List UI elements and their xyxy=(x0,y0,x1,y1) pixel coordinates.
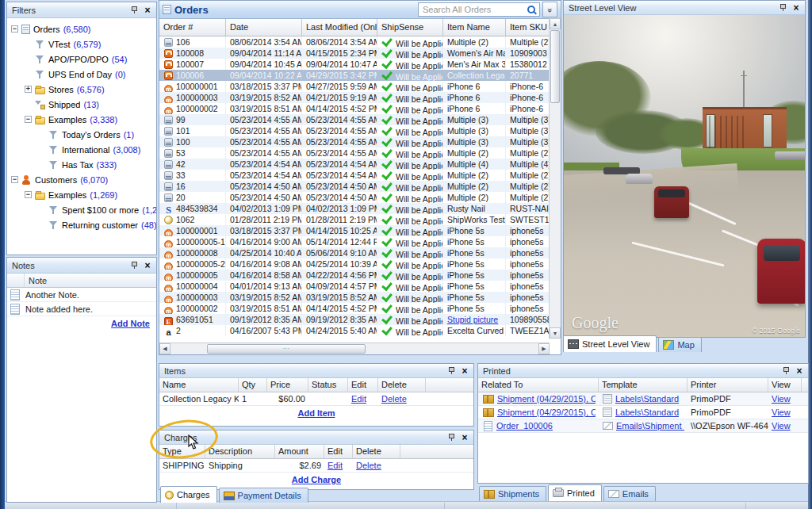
close-icon[interactable]: × xyxy=(794,365,805,376)
related-to-link[interactable]: Order_100006 xyxy=(496,419,553,432)
order-row[interactable]: 204/16/2007 5:43 PM04/24/2015 5:40 AMWil… xyxy=(159,325,561,336)
scroll-up-icon[interactable]: ▲ xyxy=(550,18,561,29)
order-row[interactable]: 10000000303/19/2015 8:52 AM03/19/2015 8:… xyxy=(159,292,561,303)
add-note-link[interactable]: Add Note xyxy=(111,319,150,328)
column-header-related to[interactable]: Related To xyxy=(478,378,599,392)
pin-icon[interactable] xyxy=(446,432,457,442)
order-row[interactable]: 10000709/04/2014 10:45 AM09/04/2014 10:4… xyxy=(159,59,561,70)
column-header-view[interactable]: View xyxy=(768,378,802,392)
order-row[interactable]: 1605/23/2014 4:50 AM05/23/2014 4:50 AMWi… xyxy=(159,181,561,192)
column-header-last-modified-online-[interactable]: Last Modified (Online) xyxy=(302,19,377,36)
column-header-template[interactable]: Template xyxy=(599,378,688,392)
order-row[interactable]: 10000000303/19/2015 8:52 AM04/21/2015 9:… xyxy=(159,92,561,103)
view-link[interactable]: View xyxy=(772,421,791,431)
right-tab-printed[interactable]: Printed xyxy=(548,484,602,501)
order-row[interactable]: 10005/23/2014 4:55 AM05/23/2014 4:55 AMW… xyxy=(159,136,561,147)
delete-link[interactable]: Delete xyxy=(356,461,381,470)
advanced-search-button[interactable]: » xyxy=(542,2,557,17)
column-header-type[interactable]: Type xyxy=(159,445,205,458)
order-row[interactable]: 100000005-104/16/2014 9:00 AM05/14/2014 … xyxy=(159,236,561,247)
filter-tree-item-returning-customer[interactable]: Returning customer(48) xyxy=(7,217,156,232)
template-link[interactable]: Labels\Standard xyxy=(615,406,679,419)
column-header-name[interactable]: Name xyxy=(159,378,239,392)
filter-tree-item-examples[interactable]: −Examples(1,269) xyxy=(7,187,156,202)
order-row[interactable]: 10000000504/16/2014 8:58 AM04/22/2014 4:… xyxy=(159,270,561,281)
order-row[interactable]: 10000000404/01/2014 9:13 AM04/09/2014 4:… xyxy=(159,281,561,292)
close-icon[interactable]: × xyxy=(142,260,153,270)
scroll-right-icon[interactable]: ▶ xyxy=(538,343,550,354)
bottom-tab-charges[interactable]: Charges xyxy=(160,486,217,503)
filter-tree-item-examples[interactable]: −Examples(3,338) xyxy=(7,112,156,127)
edit-link[interactable]: Edit xyxy=(351,394,366,404)
view-link[interactable]: View xyxy=(772,394,791,404)
column-header-item-name[interactable]: Item Name xyxy=(443,19,506,36)
tree-expander-icon[interactable]: − xyxy=(11,25,18,33)
close-icon[interactable]: × xyxy=(791,2,802,13)
pin-icon[interactable] xyxy=(780,365,791,376)
street-tab-street-level-view[interactable]: Street Level View xyxy=(563,335,657,352)
add-charge-link[interactable]: Add Charge xyxy=(292,475,341,484)
order-row[interactable]: 48453983404/02/2013 1:09 PM04/02/2013 1:… xyxy=(159,203,561,214)
column-header-description[interactable]: Description xyxy=(205,445,275,458)
delete-link[interactable]: Delete xyxy=(381,394,407,404)
column-header-price[interactable]: Price xyxy=(267,378,308,392)
filter-tree-item-ups-end-of-day[interactable]: UPS End of Day(0) xyxy=(7,67,156,82)
filter-tree-item-apo-fpo-dpo[interactable]: APO/FPO/DPO(54) xyxy=(7,52,156,67)
column-header-date[interactable]: Date xyxy=(226,19,302,36)
tree-expander-icon[interactable]: − xyxy=(25,116,32,123)
orders-horizontal-scrollbar[interactable]: ◀ ⋯ ▶ xyxy=(159,343,550,354)
column-header-status[interactable]: Status xyxy=(308,378,348,392)
order-row[interactable]: 10000000103/18/2015 3:37 PM04/27/2015 9:… xyxy=(159,81,561,92)
filter-tree-item-orders[interactable]: −Orders(6,580) xyxy=(7,21,156,36)
column-header-qty[interactable]: Qty xyxy=(239,378,267,392)
column-header-shipsense[interactable]: ShipSense xyxy=(377,19,443,36)
template-link[interactable]: Emails\Shipment Not... xyxy=(616,419,684,432)
order-row[interactable]: 10000000203/19/2015 8:51 AM04/14/2015 4:… xyxy=(159,103,561,114)
add-item-link[interactable]: Add Item xyxy=(297,408,335,418)
filter-tree-item-today-s-orders[interactable]: Today's Orders(1) xyxy=(7,127,156,142)
tree-expander-icon[interactable]: − xyxy=(25,191,32,198)
column-header-delete[interactable]: Delete xyxy=(353,445,400,458)
street-tab-map[interactable]: Map xyxy=(658,337,701,352)
order-row[interactable]: 3305/23/2014 4:54 AM05/23/2014 4:54 AMWi… xyxy=(159,170,561,181)
order-row[interactable]: 106201/28/2011 2:19 PM01/28/2011 2:19 PM… xyxy=(159,214,561,225)
order-row[interactable]: 10608/06/2014 3:54 AM08/06/2014 3:54 AMW… xyxy=(159,36,561,48)
view-link[interactable]: View xyxy=(772,408,791,417)
filter-tree-item-vtest[interactable]: VTest(6,579) xyxy=(7,36,156,52)
order-row[interactable]: 5305/23/2014 4:55 AM05/23/2014 4:55 AMWi… xyxy=(159,147,561,159)
order-row[interactable]: 10000609/04/2014 10:22 AM04/29/2015 3:42… xyxy=(159,70,561,81)
item-name-link[interactable]: Stupid picture xyxy=(447,315,498,324)
column-header-order-[interactable]: Order # xyxy=(159,19,226,36)
bottom-tab-payment-details[interactable]: Payment Details xyxy=(219,488,308,503)
pin-icon[interactable] xyxy=(128,5,140,15)
filter-tree-item-customers[interactable]: −Customers(6,070) xyxy=(7,172,156,187)
close-icon[interactable]: × xyxy=(459,432,470,442)
scrollbar-thumb[interactable]: ⋯ xyxy=(207,344,366,354)
filter-tree-item-has-tax[interactable]: Has Tax(333) xyxy=(7,157,156,172)
order-row[interactable]: 10000000804/25/2014 10:40 AM05/06/2014 9… xyxy=(159,247,561,258)
close-icon[interactable]: × xyxy=(459,365,470,376)
order-row[interactable]: 2005/23/2014 4:50 AM05/23/2014 4:50 AMWi… xyxy=(159,192,561,203)
scroll-left-icon[interactable]: ◀ xyxy=(159,343,170,354)
pin-icon[interactable] xyxy=(446,365,457,376)
filter-tree-item-stores[interactable]: +Stores(6,576) xyxy=(7,82,156,97)
order-row[interactable]: 10000000103/18/2015 3:37 PM04/14/2015 10… xyxy=(159,225,561,236)
search-input[interactable] xyxy=(421,4,527,15)
filter-tree-item-international[interactable]: International(3,008) xyxy=(7,142,156,157)
filter-tree-item-spent-100-or-more[interactable]: Spent $100 or more(1,255) xyxy=(7,202,156,217)
related-to-link[interactable]: Shipment (04/29/2015), Ord... xyxy=(497,392,596,405)
column-header-item-sku[interactable]: Item SKU xyxy=(506,19,550,36)
scroll-down-icon[interactable]: ▼ xyxy=(550,327,561,339)
order-row[interactable]: 10000000203/19/2015 8:51 AM04/14/2015 4:… xyxy=(159,303,561,314)
edit-link[interactable]: Edit xyxy=(327,461,343,470)
order-row[interactable]: 10000809/04/2014 11:14 AM04/15/2015 2:34… xyxy=(159,48,561,59)
pin-icon[interactable] xyxy=(128,260,140,270)
scrollbar-thumb[interactable] xyxy=(550,30,560,103)
right-tab-shipments[interactable]: Shipments xyxy=(479,486,546,501)
tree-expander-icon[interactable]: + xyxy=(25,86,32,93)
note-row[interactable]: Note added here. xyxy=(7,302,156,316)
pin-icon[interactable] xyxy=(777,2,788,13)
right-tab-emails[interactable]: Emails xyxy=(603,486,656,501)
column-header-amount[interactable]: Amount xyxy=(275,445,324,458)
related-to-link[interactable]: Shipment (04/29/2015), Ord... xyxy=(497,406,596,419)
